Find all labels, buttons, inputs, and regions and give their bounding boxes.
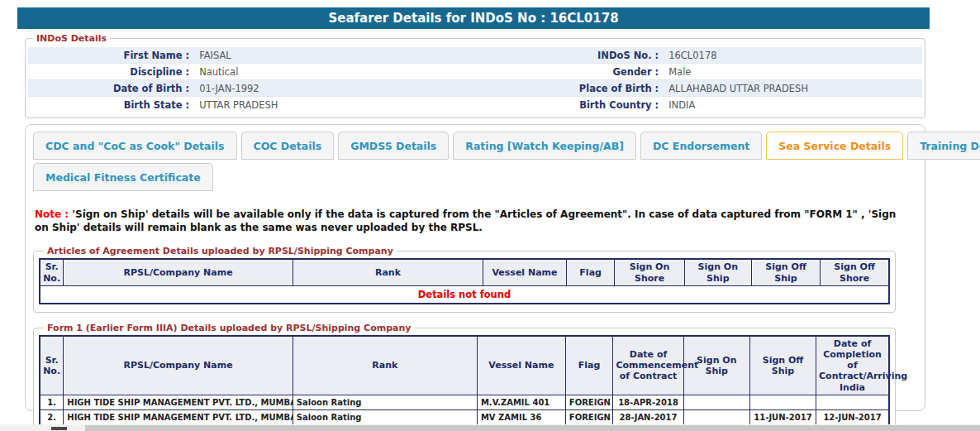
field-label-gender: Gender : bbox=[533, 64, 663, 80]
indos-details-section: INDoS Details First Name : FAISAL INDoS … bbox=[25, 33, 925, 118]
table-cell bbox=[749, 395, 816, 409]
page-title: Seafarer Details for INDoS No : 16CL0178 bbox=[17, 7, 930, 29]
column-header: Sign Off Shore bbox=[821, 259, 889, 285]
form1-table-legend: Form 1 (Earlier Form IIIA) Details uploa… bbox=[44, 323, 414, 333]
table-cell: Saloon Rating bbox=[293, 395, 477, 409]
tab-gmdss-details[interactable]: GMDSS Details bbox=[338, 132, 449, 160]
articles-header-row: Sr. No. RPSL/Company Name Rank Vessel Na… bbox=[40, 259, 889, 285]
indos-row: Date of Birth : 01-JAN-1992 Place of Bir… bbox=[28, 80, 922, 97]
field-label-birth-state: Birth State : bbox=[28, 97, 193, 113]
table-cell: MV ZAMIL 36 bbox=[477, 409, 565, 425]
details-not-found-message: Details not found bbox=[40, 285, 889, 304]
field-label-birth-country: Birth Country : bbox=[533, 97, 663, 113]
field-value-indos-no: 16CL0178 bbox=[663, 47, 922, 64]
table-cell: HIGH TIDE SHIP MANAGEMENT PVT. LTD., MUM… bbox=[64, 395, 293, 409]
articles-of-agreement-section: Articles of Agreement Details uploaded b… bbox=[33, 246, 896, 312]
table-cell: 1. bbox=[40, 395, 64, 409]
field-label-discipline: Discipline : bbox=[28, 64, 193, 80]
table-cell bbox=[683, 409, 749, 425]
note-prefix: Note : bbox=[35, 208, 69, 220]
column-header: RPSL/Company Name bbox=[64, 259, 293, 285]
field-value-discipline: Nautical bbox=[193, 64, 533, 80]
tab-dc-endorsement[interactable]: DC Endorsement bbox=[640, 132, 762, 160]
tab-rating-watch-keeping-ab[interactable]: Rating [Watch Keeping/AB] bbox=[453, 132, 636, 160]
table-cell: 28-JAN-2017 bbox=[613, 409, 683, 425]
articles-table-legend: Articles of Agreement Details uploaded b… bbox=[44, 246, 397, 256]
table-cell: 12-JUN-2017 bbox=[816, 409, 889, 425]
tab-cdc-coc-as-cook-details[interactable]: CDC and "CoC as Cook" Details bbox=[33, 132, 237, 160]
column-header: Sr. No. bbox=[40, 336, 64, 395]
form1-header-row: Sr. No. RPSL/Company Name Rank Vessel Na… bbox=[40, 336, 889, 395]
table-cell bbox=[816, 395, 889, 409]
note-body: 'Sign on Ship' details will be available… bbox=[35, 208, 896, 233]
column-header: Flag bbox=[566, 259, 615, 285]
column-header: Date of Commencement of Contract bbox=[613, 336, 683, 395]
column-header: Sr. No. bbox=[40, 259, 64, 285]
table-cell: HIGH TIDE SHIP MANAGEMENT PVT. LTD., MUM… bbox=[64, 409, 293, 425]
column-header: Sign On Shore bbox=[615, 259, 684, 285]
column-header: Vessel Name bbox=[483, 259, 567, 285]
column-header: RPSL/Company Name bbox=[64, 336, 293, 395]
field-value-gender: Male bbox=[663, 64, 922, 80]
field-label-first-name: First Name : bbox=[28, 47, 193, 64]
column-header: Rank bbox=[293, 259, 483, 285]
horizontal-scrollbar-track[interactable] bbox=[85, 425, 980, 431]
field-value-birth-state: UTTAR PRADESH bbox=[193, 97, 533, 113]
form1-section: Form 1 (Earlier Form IIIA) Details uploa… bbox=[33, 323, 896, 431]
table-row: 1. HIGH TIDE SHIP MANAGEMENT PVT. LTD., … bbox=[40, 395, 889, 409]
scrollbar-thumb[interactable] bbox=[51, 427, 67, 430]
tabs-row-1: CDC and "CoC as Cook" Details COC Detail… bbox=[33, 132, 916, 160]
column-header: Vessel Name bbox=[477, 336, 565, 395]
field-value-place-of-birth: ALLAHABAD UTTAR PRADESH bbox=[663, 80, 922, 97]
form1-table: Sr. No. RPSL/Company Name Rank Vessel Na… bbox=[39, 335, 890, 426]
tab-sea-service-details[interactable]: Sea Service Details bbox=[766, 132, 903, 160]
table-row: 2. HIGH TIDE SHIP MANAGEMENT PVT. LTD., … bbox=[40, 409, 889, 425]
table-cell: FOREIGN bbox=[565, 409, 613, 425]
tab-coc-details[interactable]: COC Details bbox=[241, 132, 335, 160]
table-cell bbox=[683, 395, 749, 409]
note-text: Note : 'Sign on Ship' details will be av… bbox=[35, 208, 902, 234]
table-cell: M.V.ZAMIL 401 bbox=[477, 395, 565, 409]
indos-row: First Name : FAISAL INDoS No. : 16CL0178 bbox=[28, 47, 922, 64]
table-cell: Saloon Rating bbox=[293, 409, 477, 425]
field-label-place-of-birth: Place of Birth : bbox=[533, 80, 663, 97]
field-label-date-of-birth: Date of Birth : bbox=[28, 80, 193, 97]
table-cell: 2. bbox=[40, 409, 64, 425]
indos-row: Birth State : UTTAR PRADESH Birth Countr… bbox=[28, 97, 922, 113]
column-header: Sign On Ship bbox=[684, 259, 751, 285]
column-header: Date of Completion of Contract/Arriving … bbox=[816, 336, 889, 395]
indos-details-legend: INDoS Details bbox=[33, 33, 110, 44]
field-value-birth-country: INDIA bbox=[663, 97, 922, 113]
field-label-indos-no: INDoS No. : bbox=[533, 47, 663, 64]
column-header: Sign Off Ship bbox=[749, 336, 816, 395]
sea-service-tab-panel: CDC and "CoC as Cook" Details COC Detail… bbox=[25, 124, 925, 411]
table-cell: FOREIGN bbox=[565, 395, 613, 409]
column-header: Sign Off Ship bbox=[751, 259, 820, 285]
tab-medical-fitness-certificate[interactable]: Medical Fitness Certificate bbox=[33, 163, 213, 191]
table-cell: 18-APR-2018 bbox=[613, 395, 683, 409]
empty-row: Details not found bbox=[40, 285, 889, 304]
table-cell: 11-JUN-2017 bbox=[749, 409, 816, 425]
tab-training-details[interactable]: Training Details bbox=[907, 132, 980, 160]
articles-table: Sr. No. RPSL/Company Name Rank Vessel Na… bbox=[39, 258, 890, 304]
indos-row: Discipline : Nautical Gender : Male bbox=[28, 64, 922, 80]
tabs-row-2: Medical Fitness Certificate bbox=[33, 163, 916, 191]
field-value-date-of-birth: 01-JAN-1992 bbox=[193, 80, 533, 97]
column-header: Rank bbox=[293, 336, 477, 395]
field-value-first-name: FAISAL bbox=[193, 47, 533, 64]
column-header: Flag bbox=[565, 336, 613, 395]
